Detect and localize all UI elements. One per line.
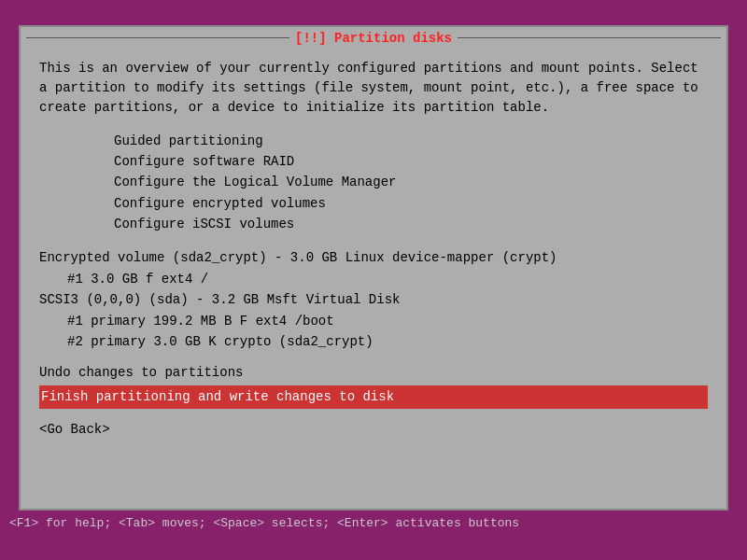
menu-item-guided[interactable]: Guided partitioning [114,131,708,151]
description-text: This is an overview of your currently co… [39,59,708,118]
scsi-entry-2[interactable]: #2 primary 3.0 GB K crypto (sda2_crypt) [67,331,708,352]
menu-item-encrypted[interactable]: Configure encrypted volumes [114,193,708,214]
menu-item-iscsi[interactable]: Configure iSCSI volumes [114,214,708,234]
window-title: [!!] Partition disks [295,31,452,46]
status-bar: <F1> for help; <Tab> moves; <Space> sele… [0,511,747,536]
title-line-right [458,37,721,38]
menu-item-raid[interactable]: Configure software RAID [114,151,708,172]
encrypted-volume-header[interactable]: Encrypted volume (sda2_crypt) - 3.0 GB L… [39,247,708,268]
partition-info: Encrypted volume (sda2_crypt) - 3.0 GB L… [39,247,708,352]
go-back-button[interactable]: <Go Back> [39,422,708,437]
finish-action[interactable]: Finish partitioning and write changes to… [39,385,708,409]
menu-list: Guided partitioning Configure software R… [114,131,708,235]
undo-action[interactable]: Undo changes to partitions [39,361,708,385]
title-bar: [!!] Partition disks [21,27,726,49]
scsi-entry-1[interactable]: #1 primary 199.2 MB B F ext4 /boot [67,311,708,331]
action-items: Undo changes to partitions Finish partit… [39,361,708,408]
menu-item-lvm[interactable]: Configure the Logical Volume Manager [114,172,708,192]
enc-entry-1[interactable]: #1 3.0 GB f ext4 / [67,269,708,289]
main-window: [!!] Partition disks This is an overview… [19,25,728,511]
finish-action-label[interactable]: Finish partitioning and write changes to… [39,385,708,409]
title-line-left [26,37,289,38]
scsi-header[interactable]: SCSI3 (0,0,0) (sda) - 3.2 GB Msft Virtua… [39,289,708,310]
content-area: This is an overview of your currently co… [21,49,726,509]
